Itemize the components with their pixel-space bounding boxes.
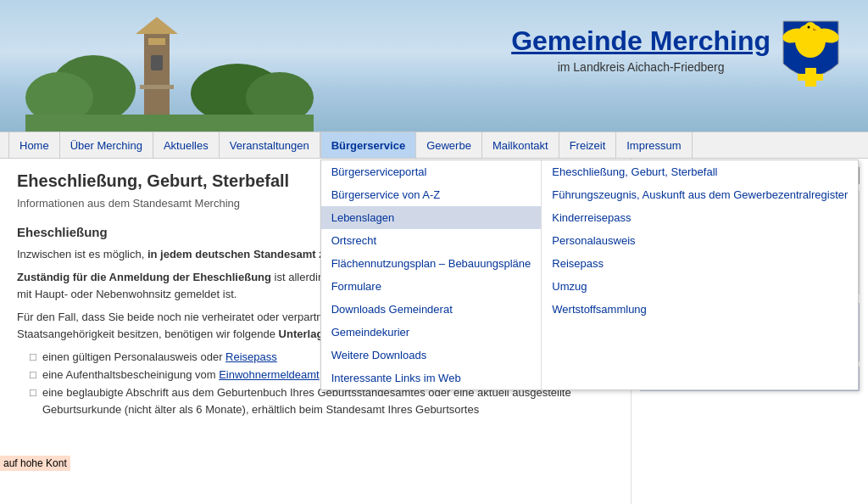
nav-freizeit[interactable]: Freizeit	[559, 132, 617, 158]
highlight-box: auf hohe Kont	[0, 456, 70, 471]
header-title-block: Gemeinde Merching im Landkreis Aichach-F…	[511, 25, 771, 74]
coat-of-arms	[779, 17, 843, 93]
svg-point-13	[804, 22, 816, 34]
nav-gewerbe[interactable]: Gewerbe	[416, 132, 482, 158]
dropdown-personalausweis[interactable]: Personalausweis	[542, 229, 858, 252]
nav-home[interactable]: Home	[8, 132, 60, 158]
dropdown-flachennutzung[interactable]: Flächennutzungsplan – Bebauungspläne	[321, 252, 542, 275]
reisepass-link[interactable]: Reisepass	[225, 350, 277, 363]
svg-rect-3	[148, 38, 165, 45]
dropdown-wertstoffsammlung[interactable]: Wertstoffsammlung	[542, 298, 858, 321]
burgerservice-dropdown: Bürgerserviceportal Bürgerservice von A-…	[320, 160, 860, 390]
dropdown-reisepass[interactable]: Reisepass	[542, 252, 858, 275]
nav-mailkontakt[interactable]: Mailkontakt	[482, 132, 559, 158]
nav-aktuelles[interactable]: Aktuelles	[153, 132, 220, 158]
nav-veranstaltungen[interactable]: Veranstaltungen	[220, 132, 320, 158]
svg-rect-17	[798, 74, 823, 81]
dropdown-umzug[interactable]: Umzug	[542, 275, 858, 298]
navigation: Home Über Merching Aktuelles Veranstaltu…	[0, 132, 868, 159]
svg-rect-2	[151, 55, 163, 70]
dropdown-lebenslagen[interactable]: Lebenslagen	[321, 206, 542, 229]
dropdown-col-2: Eheschließung, Geburt, Sterbefall Führun…	[542, 160, 858, 389]
nav-uber[interactable]: Über Merching	[60, 132, 153, 158]
einwohnermeldeamt-link[interactable]: Einwohnermeldeamt	[219, 368, 320, 381]
svg-rect-9	[25, 115, 314, 132]
tower-image	[25, 13, 314, 132]
dropdown-ortsrecht[interactable]: Ortsrecht	[321, 229, 542, 252]
dropdown-a-z[interactable]: Bürgerservice von A-Z	[321, 183, 542, 206]
dropdown-gemeindekurier[interactable]: Gemeindekurier	[321, 321, 542, 344]
dropdown-formulare[interactable]: Formulare	[321, 275, 542, 298]
site-header: Gemeinde Merching im Landkreis Aichach-F…	[0, 0, 868, 132]
dropdown-eheschliessung[interactable]: Eheschließung, Geburt, Sterbefall	[542, 160, 858, 183]
dropdown-fuhrungszeugnis[interactable]: Führungszeugnis, Auskunft aus dem Gewerb…	[542, 183, 858, 206]
nav-burgerservice-container: Bürgerservice Bürgerserviceportal Bürger…	[320, 132, 416, 158]
site-subtitle: im Landkreis Aichach-Friedberg	[511, 60, 771, 74]
dropdown-weitere-downloads[interactable]: Weitere Downloads	[321, 344, 542, 367]
svg-marker-1	[136, 17, 178, 34]
dropdown-kinderreisepass[interactable]: Kinderreisepass	[542, 206, 858, 229]
dropdown-downloads-gemeinderat[interactable]: Downloads Gemeinderat	[321, 298, 542, 321]
site-title[interactable]: Gemeinde Merching	[511, 25, 771, 57]
dropdown-col-1: Bürgerserviceportal Bürgerservice von A-…	[321, 160, 542, 389]
dropdown-links[interactable]: Interessante Links im Web	[321, 367, 542, 389]
nav-impressum[interactable]: Impressum	[616, 132, 692, 158]
nav-burgerservice[interactable]: Bürgerservice	[320, 132, 416, 158]
svg-rect-4	[140, 85, 174, 89]
dropdown-portal[interactable]: Bürgerserviceportal	[321, 160, 542, 183]
svg-point-15	[808, 26, 810, 29]
